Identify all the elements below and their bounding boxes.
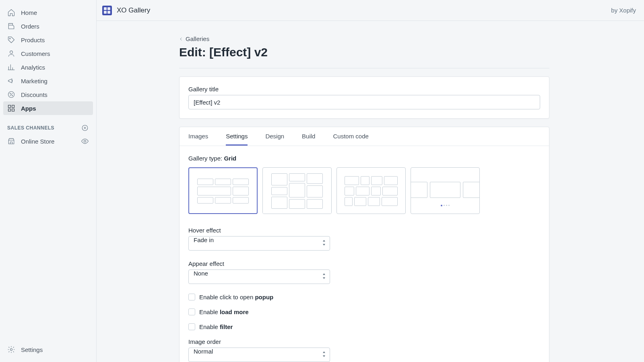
main-area: XO Gallery by Xopify Galleries Edit: [Ef… bbox=[97, 0, 644, 362]
sidebar-item-orders[interactable]: Orders bbox=[3, 19, 93, 33]
svg-point-1 bbox=[10, 51, 13, 53]
appear-effect-label: Appear effect bbox=[188, 260, 330, 267]
tag-icon bbox=[7, 36, 15, 44]
gallery-type-carousel[interactable] bbox=[411, 167, 480, 214]
sidebar-item-label: Analytics bbox=[21, 64, 45, 71]
gallery-type-masonry[interactable] bbox=[262, 167, 332, 214]
customer-icon bbox=[7, 49, 15, 58]
sidebar-item-label: Home bbox=[21, 9, 37, 16]
sidebar-item-label: Apps bbox=[21, 105, 36, 112]
image-order-label: Image order bbox=[188, 338, 330, 345]
nav-list: Home Orders Products Customers Analytics bbox=[0, 6, 96, 115]
enable-filter-checkbox[interactable]: Enable filter bbox=[188, 323, 540, 330]
tab-custom-code[interactable]: Custom code bbox=[333, 127, 368, 146]
svg-point-10 bbox=[84, 140, 86, 142]
megaphone-icon bbox=[7, 77, 15, 85]
page: Galleries Edit: [Effect] v2 Gallery titl… bbox=[179, 21, 549, 362]
svg-rect-5 bbox=[8, 105, 11, 108]
sidebar-item-label: Customers bbox=[21, 50, 50, 57]
section-heading-label: SALES CHANNELS bbox=[7, 125, 54, 131]
sidebar-item-analytics[interactable]: Analytics bbox=[3, 60, 93, 74]
gallery-type-options bbox=[188, 167, 540, 214]
page-divider bbox=[179, 68, 549, 68]
sidebar-item-label: Discounts bbox=[21, 91, 47, 98]
tab-images[interactable]: Images bbox=[188, 127, 208, 146]
eye-icon[interactable] bbox=[81, 137, 89, 145]
app-byline: by Xopify bbox=[611, 7, 636, 14]
appear-effect-select[interactable]: None bbox=[188, 269, 330, 284]
breadcrumb-label: Galleries bbox=[186, 35, 209, 42]
sidebar-item-label: Products bbox=[21, 37, 45, 43]
carousel-dots-icon bbox=[411, 205, 479, 206]
hover-effect-select[interactable]: Fade in bbox=[188, 236, 330, 251]
checkbox-icon bbox=[188, 323, 195, 330]
gallery-type-grid[interactable] bbox=[188, 167, 258, 214]
checkbox-icon bbox=[188, 294, 195, 300]
sidebar-item-discounts[interactable]: Discounts bbox=[3, 88, 93, 101]
gallery-title-label: Gallery title bbox=[188, 86, 540, 93]
sidebar-item-label: Settings bbox=[21, 346, 43, 353]
sidebar: Home Orders Products Customers Analytics bbox=[0, 0, 97, 362]
sidebar-item-marketing[interactable]: Marketing bbox=[3, 74, 93, 88]
sidebar-item-online-store[interactable]: Online Store bbox=[3, 134, 93, 148]
app-logo-icon bbox=[102, 6, 112, 15]
svg-rect-7 bbox=[8, 109, 11, 111]
enable-popup-checkbox[interactable]: Enable click to open popup bbox=[188, 294, 540, 300]
settings-card: Images Settings Design Build Custom code… bbox=[179, 127, 549, 362]
page-title: Edit: [Effect] v2 bbox=[179, 45, 549, 59]
svg-point-0 bbox=[9, 38, 10, 39]
app-topbar: XO Gallery by Xopify bbox=[97, 0, 644, 21]
svg-rect-6 bbox=[12, 105, 14, 108]
sidebar-item-home[interactable]: Home bbox=[3, 6, 93, 19]
sidebar-item-customers[interactable]: Customers bbox=[3, 47, 93, 60]
checkbox-icon bbox=[188, 309, 195, 315]
svg-point-11 bbox=[10, 349, 12, 351]
svg-rect-8 bbox=[12, 109, 14, 111]
gallery-type-label: Gallery type: Grid bbox=[188, 155, 540, 162]
hover-effect-label: Hover effect bbox=[188, 227, 330, 234]
svg-point-3 bbox=[10, 93, 11, 94]
apps-icon bbox=[7, 104, 15, 112]
enable-loadmore-checkbox[interactable]: Enable load more bbox=[188, 309, 540, 315]
sidebar-item-settings[interactable]: Settings bbox=[3, 343, 93, 356]
sidebar-item-label: Online Store bbox=[21, 138, 54, 145]
orders-icon bbox=[7, 22, 15, 30]
svg-point-4 bbox=[12, 95, 13, 96]
discount-icon bbox=[7, 90, 15, 99]
breadcrumb-back[interactable]: Galleries bbox=[179, 35, 209, 42]
gear-icon bbox=[7, 346, 15, 354]
sidebar-item-label: Orders bbox=[21, 23, 39, 30]
add-channel-button[interactable] bbox=[81, 124, 89, 132]
image-order-select[interactable]: Normal bbox=[188, 348, 330, 362]
gallery-type-justified[interactable] bbox=[336, 167, 406, 214]
sales-channels-heading: SALES CHANNELS bbox=[0, 124, 96, 132]
home-icon bbox=[7, 8, 15, 16]
app-title: XO Gallery bbox=[117, 6, 150, 14]
analytics-icon bbox=[7, 63, 15, 71]
tab-design[interactable]: Design bbox=[265, 127, 284, 146]
gallery-title-input[interactable] bbox=[188, 95, 540, 109]
sidebar-item-products[interactable]: Products bbox=[3, 33, 93, 47]
sidebar-item-label: Marketing bbox=[21, 78, 47, 84]
store-icon bbox=[7, 137, 15, 145]
tabs: Images Settings Design Build Custom code bbox=[180, 127, 549, 146]
sidebar-item-apps[interactable]: Apps bbox=[3, 101, 93, 115]
title-card: Gallery title bbox=[179, 76, 549, 119]
tab-build[interactable]: Build bbox=[302, 127, 315, 146]
tab-settings[interactable]: Settings bbox=[226, 127, 248, 146]
